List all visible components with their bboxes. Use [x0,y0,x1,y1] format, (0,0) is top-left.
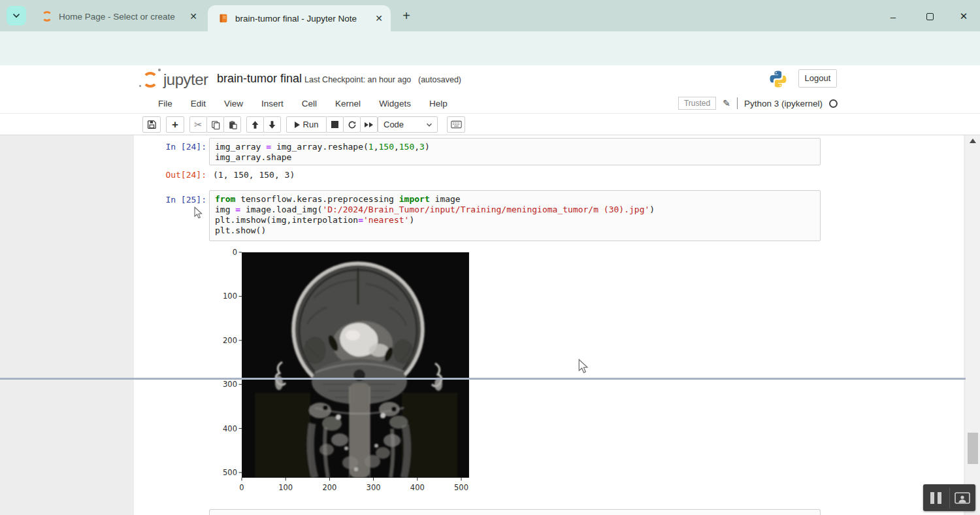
window-maximize-button[interactable] [923,9,937,24]
webcam-frame-button[interactable] [950,484,976,511]
jupyter-logo-word: jupyter [163,71,208,89]
interrupt-kernel-button[interactable] [326,116,344,133]
chevron-down-icon [11,10,22,21]
run-label: Run [303,120,319,129]
save-icon [147,120,157,129]
keyboard-shortcuts-button[interactable] [447,116,465,133]
plus-icon: + [172,118,178,131]
code-cell-input[interactable]: img_array = img_array.reshape(1,150,150,… [209,138,821,165]
chevron-down-icon [425,121,433,129]
run-icon [295,122,300,128]
stop-icon [331,121,338,128]
code-line: from tensorflow.keras.preprocessing impo… [215,194,815,205]
y-tick-label: 300 [223,380,237,389]
notebook-book-icon [218,13,229,24]
jupyter-favicon-icon [42,11,52,22]
move-cell-up-button[interactable] [246,116,264,133]
menu-kernel[interactable]: Kernel [326,99,370,108]
code-line: plt.imshow(img,interpolation='nearest') [215,215,815,225]
jupyter-logo[interactable]: jupyter [142,71,208,89]
code-line: img = image.load_img('D:/2024/Brain_Tumo… [215,205,815,215]
scissors-icon: ✂ [194,119,203,131]
python-logo-icon [768,69,788,89]
tab-notebook[interactable]: brain-tumor final - Jupyter Note ✕ [208,5,391,31]
mri-figure: 0 100 200 300 400 500 0 100 [216,248,483,499]
paste-cell-button[interactable] [223,116,241,133]
jupyter-logo-dot [158,69,161,71]
menu-view[interactable]: View [215,99,252,108]
new-tab-button[interactable]: + [399,8,414,24]
pause-button[interactable] [923,484,949,511]
menu-cell[interactable]: Cell [293,99,326,108]
cell-input-prompt: In [24]: [150,142,206,152]
cut-cell-button[interactable]: ✂ [189,116,207,133]
maximize-icon [926,13,934,20]
save-button[interactable] [142,116,161,133]
fast-forward-icon [365,122,368,127]
mouse-cursor [578,359,589,374]
arrow-up-icon [251,120,259,129]
add-cell-button[interactable]: + [166,116,184,133]
notebook-scroll-area[interactable]: In [24]: img_array = img_array.reshape(1… [0,135,980,515]
x-tick-label: 100 [278,483,293,492]
cell-output-text: (1, 150, 150, 3) [213,170,295,180]
keyboard-icon [451,120,462,129]
window-close-button[interactable]: ✕ [956,9,971,24]
code-cell-input[interactable]: from tensorflow.keras.preprocessing impo… [209,190,821,241]
jupyter-header: jupyter brain-tumor final Last Checkpoin… [0,65,980,93]
notebook-title[interactable]: brain-tumor final [217,72,302,86]
restart-kernel-button[interactable] [343,116,361,133]
tab-home-page[interactable]: Home Page - Select or create a ✕ [31,5,205,28]
restart-icon [348,120,357,129]
code-line: plt.show() [215,225,815,236]
x-tick-label: 400 [410,483,425,492]
person-frame-icon [955,492,970,504]
restart-run-all-button[interactable] [360,116,378,133]
figure-x-axis: 0 100 200 300 400 500 [239,478,468,492]
tab-title: brain-tumor final - Jupyter Note [235,14,366,24]
tab-close-button[interactable]: ✕ [189,11,197,22]
scrollbar-thumb[interactable] [968,433,978,464]
cell-type-value: Code [384,120,425,129]
jupyter-logo-dot [139,85,141,87]
next-cell-partial[interactable] [209,509,821,515]
paste-icon [228,120,237,129]
menu-file[interactable]: File [149,99,182,108]
edit-title-pencil-icon[interactable]: ✎ [723,98,730,108]
x-tick-label: 200 [322,483,336,492]
fast-forward-icon [369,122,373,127]
bottom-edge-line [0,378,980,380]
menu-insert[interactable]: Insert [252,99,293,108]
cell-type-select[interactable]: Code [378,116,438,133]
tab-close-button[interactable]: ✕ [375,13,383,24]
menu-edit[interactable]: Edit [182,99,215,108]
y-tick-label: 500 [223,468,237,477]
logout-button[interactable]: Logout [798,69,837,88]
code-line: img_array = img_array.reshape(1,150,150,… [215,142,815,152]
menu-help[interactable]: Help [420,99,457,108]
autosave-badge: (autosaved) [418,75,461,84]
checkpoint-status: Last Checkpoint: an hour ago [304,75,411,84]
figure-y-axis: 0 100 200 300 400 500 [223,248,242,477]
x-tick-label: 0 [239,483,244,492]
jupyter-logo-icon [142,72,158,88]
recording-widget [923,484,975,511]
notebook-toolbar: + ✂ Run Code [0,114,980,135]
move-cell-down-button[interactable] [263,116,281,133]
run-button[interactable]: Run [286,116,327,133]
menu-widgets[interactable]: Widgets [370,99,420,108]
window-minimize-button[interactable]: – [886,9,900,24]
scroll-up-button[interactable] [970,139,976,143]
screen: { "colors": { "tab_bar": "#c9dcd8", "bro… [0,0,980,515]
notebook-menubar: File Edit View Insert Cell Kernel Widget… [0,93,980,114]
kernel-status-icon [829,99,838,108]
tab-search-button[interactable] [7,6,26,25]
browser-tab-strip: Home Page - Select or create a ✕ brain-t… [0,0,980,31]
divider [737,97,738,109]
browser-toolbar: localhost:8888/notebooks/brain-tumor%20f… [0,31,980,65]
copy-cell-button[interactable] [206,116,224,133]
mri-image [242,252,469,478]
copy-icon [211,120,220,129]
arrow-down-icon [268,120,276,129]
kernel-name: Python 3 (ipykernel) [744,99,823,108]
